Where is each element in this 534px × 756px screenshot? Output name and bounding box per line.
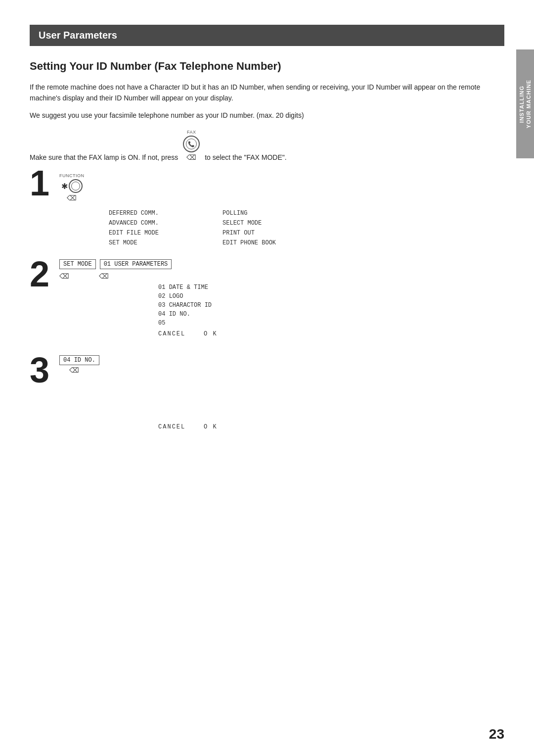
function-key-box: ✱ [61, 179, 83, 193]
submenu-item-3: 03 CHARACTOR ID [158, 302, 504, 309]
menu-item-edit-file-mode: EDIT FILE MODE [109, 230, 208, 236]
step-2-cancel-ok: CANCEL O K [158, 331, 504, 337]
submenu-item-1: 01 DATE & TIME [158, 284, 504, 291]
fax-button-circle[interactable]: 📞 [183, 136, 200, 152]
menu-item-edit-phone-book: EDIT PHONE BOOK [222, 239, 312, 246]
sidebar-tab: INSTALLING YOUR MACHINE [516, 49, 534, 158]
step-3-lcd-id-no: 04 ID NO. [59, 355, 99, 365]
fax-button-inner: 📞 [186, 139, 197, 149]
function-key-icon: FUNCTION ✱ ⌫ [59, 173, 85, 202]
step-2-fingers: ⌫ ⌫ [59, 271, 504, 280]
step-1-finger: ⌫ [67, 194, 77, 202]
step-3-submenu: CANCEL O K [158, 424, 504, 430]
submenu-item-4: 04 ID NO. [158, 311, 504, 318]
step-3-content: 04 ID NO. ⌫ CANCEL O K [59, 352, 504, 430]
section-title: Setting Your ID Number (Fax Telephone Nu… [30, 60, 504, 73]
step-3-finger: ⌫ [69, 366, 504, 374]
fax-mode-text-after: to select the "FAX MODE". [205, 153, 287, 161]
menu-item-advanced-comm: ADVANCED COMM. [109, 220, 208, 227]
function-key-label: FUNCTION [59, 173, 85, 178]
step-1: 1 FUNCTION ✱ ⌫ DEFERRED COMM. [30, 165, 504, 246]
fax-key-label: FAX [187, 130, 196, 135]
page-header: User Parameters [30, 25, 504, 46]
step-3-number: 3 [30, 352, 49, 388]
menu-item-print-out: PRINT OUT [222, 230, 312, 236]
menu-item-deferred-comm: DEFERRED COMM. [109, 210, 208, 217]
header-title: User Parameters [39, 30, 117, 41]
step-2: 2 SET MODE 01 USER PARAMETERS ⌫ ⌫ 01 DAT… [30, 256, 504, 337]
step-1-key-area: FUNCTION ✱ ⌫ [59, 170, 504, 202]
step-2-lcd-set-mode: SET MODE [59, 259, 96, 269]
menu-item-set-mode: SET MODE [109, 239, 208, 246]
step-2-number: 2 [30, 256, 49, 292]
step-1-content: FUNCTION ✱ ⌫ DEFERRED COMM. POLLING ADVA… [59, 165, 504, 246]
page-number: 23 [489, 726, 504, 742]
step-3: 3 04 ID NO. ⌫ CANCEL O K [30, 352, 504, 430]
fax-mode-instruction: Make sure that the FAX lamp is ON. If no… [30, 130, 504, 161]
step-1-display-menu: DEFERRED COMM. POLLING ADVANCED COMM. SE… [109, 210, 504, 246]
sidebar-line2: YOUR MACHINE [526, 80, 532, 128]
step-2-submenu: 01 DATE & TIME 02 LOGO 03 CHARACTOR ID 0… [158, 284, 504, 337]
body-paragraph-2: We suggest you use your facsimile teleph… [30, 110, 504, 121]
fax-mode-text-before: Make sure that the FAX lamp is ON. If no… [30, 153, 178, 161]
body-paragraph-1: If the remote machine does not have a Ch… [30, 82, 504, 104]
sidebar-line1: INSTALLING [519, 85, 525, 122]
step-2-lcd-row: SET MODE 01 USER PARAMETERS [59, 259, 504, 269]
step-2-content: SET MODE 01 USER PARAMETERS ⌫ ⌫ 01 DATE … [59, 256, 504, 337]
fax-finger-cursor: ⌫ [186, 153, 196, 161]
function-key-circle-inner [71, 182, 80, 190]
fax-key-icon: FAX 📞 ⌫ [183, 130, 200, 161]
star-symbol: ✱ [61, 182, 68, 191]
step-1-number: 1 [30, 165, 49, 201]
step-2-lcd-user-params: 01 USER PARAMETERS [100, 259, 172, 269]
submenu-item-5: 05 [158, 320, 504, 327]
menu-item-polling: POLLING [222, 210, 312, 217]
step-2-finger-1: ⌫ [59, 272, 69, 280]
step-3-cancel-ok: CANCEL O K [158, 424, 504, 430]
submenu-item-2: 02 LOGO [158, 293, 504, 300]
function-key-circle[interactable] [69, 179, 83, 193]
step-3-lcd-row: 04 ID NO. [59, 355, 504, 365]
menu-item-select-mode: SELECT MODE [222, 220, 312, 227]
step-2-finger-2: ⌫ [99, 272, 109, 280]
